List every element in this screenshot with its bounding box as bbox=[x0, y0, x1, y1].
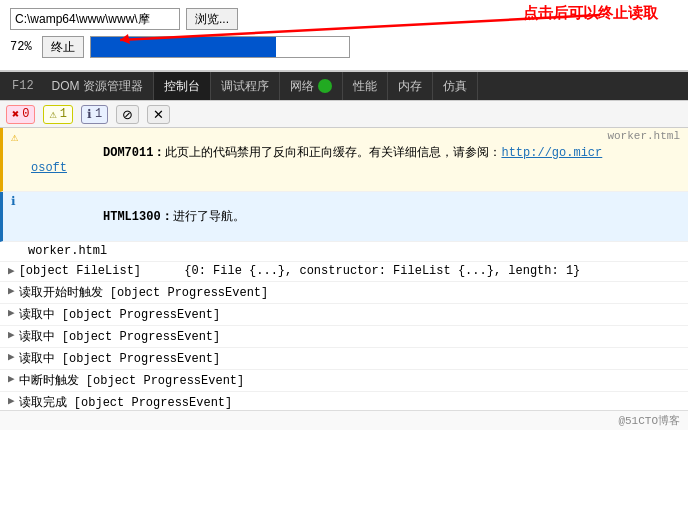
devtools-container: F12 DOM 资源管理器 控制台 调试程序 网络 性能 内存 仿真 ✖ 0 ⚠… bbox=[0, 70, 688, 410]
console-line-reading2: ▶ 读取中 [object ProgressEvent] bbox=[0, 326, 688, 348]
line-content-reading1: 读取中 [object ProgressEvent] bbox=[19, 306, 680, 323]
line-content-readcomplete: 读取完成 [object ProgressEvent] bbox=[19, 394, 680, 410]
console-output: ⚠ DOM7011：此页上的代码禁用了反向和正向缓存。有关详细信息，请参阅：ht… bbox=[0, 128, 688, 410]
error-icon: ✖ bbox=[12, 107, 19, 122]
error-count: 0 bbox=[22, 107, 29, 121]
network-play-icon bbox=[318, 79, 332, 93]
info-count: 1 bbox=[95, 107, 102, 121]
console-line-readstart: ▶ 读取开始时触发 [object ProgressEvent] bbox=[0, 282, 688, 304]
line-content-dom7011: DOM7011：此页上的代码禁用了反向和正向缓存。有关详细信息，请参阅：http… bbox=[31, 130, 607, 189]
line-content-html1300: HTML1300：进行了导航。 bbox=[31, 194, 680, 239]
console-line-reading3: ▶ 读取中 [object ProgressEvent] bbox=[0, 348, 688, 370]
console-line-html1300: ℹ HTML1300：进行了导航。 bbox=[0, 192, 688, 242]
progress-bar-fill bbox=[91, 37, 277, 57]
line-content-filelist: [object FileList] {0: File {...}, constr… bbox=[19, 264, 680, 278]
console-line-readcomplete: ▶ 读取完成 [object ProgressEvent] bbox=[0, 392, 688, 410]
console-body: ✖ 0 ⚠ 1 ℹ 1 ⊘ ✕ ⚠ DOM7011：此页上的代码禁用了反向和正向… bbox=[0, 100, 688, 410]
expand-readcomplete[interactable]: ▶ bbox=[8, 394, 15, 407]
line-content-reading3: 读取中 [object ProgressEvent] bbox=[19, 350, 680, 367]
footer-label: @51CTO博客 bbox=[618, 413, 680, 428]
line-content-abort: 中断时触发 [object ProgressEvent] bbox=[19, 372, 680, 389]
filter-button[interactable]: ⊘ bbox=[116, 105, 139, 124]
warn-count: 1 bbox=[60, 107, 67, 121]
info-badge[interactable]: ℹ 1 bbox=[81, 105, 108, 124]
info-icon: ℹ bbox=[87, 107, 92, 122]
source-ref-dom7011: worker.html bbox=[607, 130, 680, 142]
console-line-filelist: ▶ [object FileList] {0: File {...}, cons… bbox=[0, 262, 688, 282]
stop-button[interactable]: 终止 bbox=[42, 36, 84, 58]
expand-reading3[interactable]: ▶ bbox=[8, 350, 15, 363]
top-section: 浏览... 72% 终止 点击后可以终止读取 bbox=[0, 0, 688, 70]
console-line-reading1: ▶ 读取中 [object ProgressEvent] bbox=[0, 304, 688, 326]
tab-dom[interactable]: DOM 资源管理器 bbox=[42, 72, 154, 100]
progress-percent: 72% bbox=[10, 40, 32, 54]
warn-icon-dom7011: ⚠ bbox=[11, 130, 27, 145]
tab-performance[interactable]: 性能 bbox=[343, 72, 388, 100]
warn-icon: ⚠ bbox=[49, 107, 56, 122]
tab-network[interactable]: 网络 bbox=[280, 72, 343, 100]
console-line-abort: ▶ 中断时触发 [object ProgressEvent] bbox=[0, 370, 688, 392]
console-line-dom7011: ⚠ DOM7011：此页上的代码禁用了反向和正向缓存。有关详细信息，请参阅：ht… bbox=[0, 128, 688, 192]
annotation-text: 点击后可以终止读取 bbox=[523, 4, 658, 23]
tab-emulation[interactable]: 仿真 bbox=[433, 72, 478, 100]
expand-reading2[interactable]: ▶ bbox=[8, 328, 15, 341]
tab-console[interactable]: 控制台 bbox=[154, 72, 211, 100]
expand-filelist[interactable]: ▶ bbox=[8, 264, 15, 277]
expand-abort[interactable]: ▶ bbox=[8, 372, 15, 385]
devtools-tabbar: F12 DOM 资源管理器 控制台 调试程序 网络 性能 内存 仿真 bbox=[0, 72, 688, 100]
warn-badge[interactable]: ⚠ 1 bbox=[43, 105, 72, 124]
progress-bar-container bbox=[90, 36, 350, 58]
console-toolbar: ✖ 0 ⚠ 1 ℹ 1 ⊘ ✕ bbox=[0, 100, 688, 128]
clear-button[interactable]: ✕ bbox=[147, 105, 170, 124]
tab-debugger[interactable]: 调试程序 bbox=[211, 72, 280, 100]
tab-memory[interactable]: 内存 bbox=[388, 72, 433, 100]
f12-label: F12 bbox=[4, 79, 42, 93]
expand-reading1[interactable]: ▶ bbox=[8, 306, 15, 319]
line-content-reading2: 读取中 [object ProgressEvent] bbox=[19, 328, 680, 345]
error-badge[interactable]: ✖ 0 bbox=[6, 105, 35, 124]
line-content-worker: worker.html bbox=[28, 244, 680, 258]
progress-row: 72% 终止 bbox=[10, 36, 678, 58]
line-content-readstart: 读取开始时触发 [object ProgressEvent] bbox=[19, 284, 680, 301]
browse-button[interactable]: 浏览... bbox=[186, 8, 238, 30]
info-icon-html1300: ℹ bbox=[11, 194, 27, 209]
console-line-worker: worker.html bbox=[0, 242, 688, 262]
expand-readstart[interactable]: ▶ bbox=[8, 284, 15, 297]
file-path-input[interactable] bbox=[10, 8, 180, 30]
footer: @51CTO博客 bbox=[0, 410, 688, 430]
